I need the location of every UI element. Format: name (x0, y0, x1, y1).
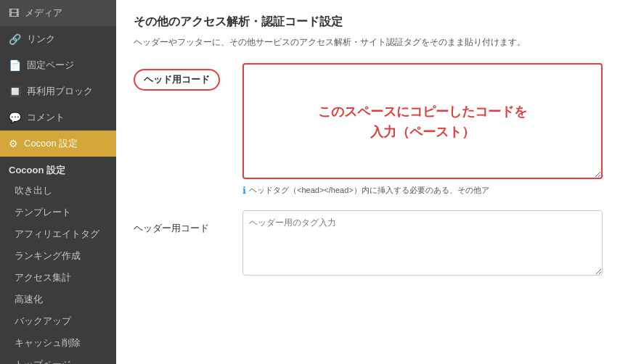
main-content: その他のアクセス解析・認証コード設定 ヘッダーやフッターに、その他サービスのアク… (116, 0, 620, 364)
reuse-block-icon: 🔲 (9, 86, 21, 97)
head-code-label-wrapper: ヘッド用コード (134, 63, 228, 91)
submenu-label: Cocoon 設定 (0, 157, 116, 180)
fixed-page-icon: 📄 (9, 59, 21, 71)
sidebar: 🎞 メディア 🔗 リンク 📄 固定ページ 🔲 再利用ブロック 💬 コメント ⚙ … (0, 0, 116, 364)
cocoon-settings-icon: ⚙ (9, 138, 18, 149)
sidebar-item-reuse-block[interactable]: 🔲 再利用ブロック (0, 78, 116, 104)
submenu-item-template[interactable]: テンプレート (0, 202, 116, 223)
submenu-item-ranking[interactable]: ランキング作成 (0, 245, 116, 267)
sidebar-item-fixed-page-label: 固定ページ (27, 59, 74, 72)
submenu-item-access[interactable]: アクセス集計 (0, 267, 116, 289)
sidebar-item-links[interactable]: 🔗 リンク (0, 26, 116, 52)
head-code-label: ヘッド用コード (134, 69, 220, 91)
sidebar-item-cocoon-settings[interactable]: ⚙ Cocoon 設定 (0, 131, 116, 157)
head-code-textarea[interactable] (242, 63, 603, 179)
sidebar-item-reuse-block-label: 再利用ブロック (27, 85, 93, 98)
submenu-item-speed[interactable]: 高速化 (0, 289, 116, 310)
sidebar-item-comments[interactable]: 💬 コメント (0, 104, 116, 131)
sidebar-item-comments-label: コメント (27, 111, 65, 124)
info-icon: ℹ (242, 185, 246, 196)
media-icon: 🎞 (9, 7, 19, 19)
sidebar-item-cocoon-settings-label: Cocoon 設定 (24, 137, 78, 150)
header-code-textarea[interactable] (242, 210, 603, 276)
page-title: その他のアクセス解析・認証コード設定 (134, 15, 603, 30)
link-icon: 🔗 (9, 33, 21, 45)
sidebar-item-links-label: リンク (27, 33, 55, 46)
submenu-item-fuki[interactable]: 吹き出し (0, 180, 116, 202)
header-code-section: ヘッダー用コード (134, 210, 603, 278)
header-code-label-wrapper: ヘッダー用コード (134, 210, 228, 235)
head-code-input-wrapper: このスペースにコピーしたコードを 入力（ペースト） ℹ ヘッドタグ（<head>… (242, 63, 603, 196)
sidebar-item-media-label: メディア (25, 7, 62, 20)
submenu-item-top[interactable]: トップページ (0, 354, 116, 364)
head-code-textarea-container: このスペースにコピーしたコードを 入力（ペースト） (242, 63, 603, 181)
page-description: ヘッダーやフッターに、その他サービスのアクセス解析・サイト認証タグをそのまま貼り… (134, 36, 603, 49)
submenu-item-affiliate[interactable]: アフィリエイトタグ (0, 223, 116, 245)
sidebar-item-media[interactable]: 🎞 メディア (0, 0, 116, 26)
head-code-section: ヘッド用コード このスペースにコピーしたコードを 入力（ペースト） ℹ ヘッドタ… (134, 63, 603, 196)
head-code-field-hint: ℹ ヘッドタグ（<head></head>）内に挿入する必要のある、その他ア (242, 185, 603, 196)
header-code-input-wrapper (242, 210, 603, 278)
submenu-item-cache[interactable]: キャッシュ削除 (0, 332, 116, 354)
head-code-hint-text: ヘッドタグ（<head></head>）内に挿入する必要のある、その他ア (249, 185, 489, 196)
header-code-label: ヘッダー用コード (134, 216, 209, 235)
sidebar-item-fixed-page[interactable]: 📄 固定ページ (0, 52, 116, 78)
comments-icon: 💬 (9, 112, 21, 123)
submenu-item-backup[interactable]: バックアップ (0, 310, 116, 332)
